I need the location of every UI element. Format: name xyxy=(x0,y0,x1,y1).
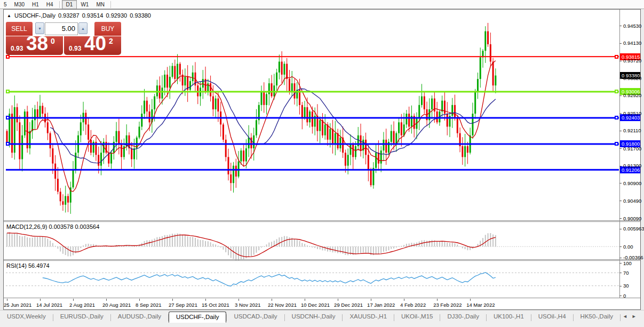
price-axis-tick xyxy=(619,26,622,26)
hline-handle[interactable] xyxy=(615,116,618,119)
tab-usdcnh-daily[interactable]: USDCNH-,Daily xyxy=(285,312,343,322)
date-axis-label: 20 Aug 2021 xyxy=(102,302,131,308)
pane-separator[interactable] xyxy=(4,220,640,221)
price-axis-tick xyxy=(619,113,622,114)
date-axis-label: 4 Feb 2022 xyxy=(400,302,426,308)
timeframe-button-m30[interactable]: M30 xyxy=(11,1,28,9)
buy-price-pip: 2 xyxy=(109,37,113,45)
spin-up-icon: ▲ xyxy=(81,27,85,30)
buy-button[interactable]: BUY xyxy=(94,22,121,36)
tab-xauusd-h1[interactable]: XAUUSD-,H1 xyxy=(343,312,394,322)
macd-indicator-label: MACD(12,26,9) 0.003578 0.003564 xyxy=(6,224,99,230)
toolbar-separator xyxy=(110,1,111,8)
date-axis-tick xyxy=(7,299,7,301)
date-axis-label: 14 Jul 2021 xyxy=(36,302,62,308)
date-axis-label: 10 Dec 2021 xyxy=(301,302,330,308)
tab-hk50-daily[interactable]: HK50-,Daily xyxy=(574,312,620,322)
date-axis-tick xyxy=(470,299,471,301)
buy-price-display[interactable]: 0.93 40 2 xyxy=(64,36,121,55)
price-axis-tick xyxy=(619,61,622,61)
tab-usdchf-daily[interactable]: USDCHF-,Daily xyxy=(169,312,227,323)
spin-down-icon: ▼ xyxy=(38,27,42,30)
timeframe-button-d1[interactable]: D1 xyxy=(62,0,77,9)
date-axis-tick xyxy=(338,299,338,301)
rsi-axis-label: 0 xyxy=(623,293,626,299)
date-axis-label: 22 Nov 2021 xyxy=(268,302,297,308)
tab-audusd-daily[interactable]: AUDUSD-,Daily xyxy=(111,312,168,322)
date-axis-tick xyxy=(139,299,140,301)
date-axis-tick xyxy=(305,299,305,301)
price-axis-tick xyxy=(619,166,622,166)
tabs-scroll-left-icon[interactable]: ◄ xyxy=(621,312,630,321)
timeframe-button-h4[interactable]: H4 xyxy=(43,1,57,9)
date-axis-tick xyxy=(73,299,74,301)
timeframe-button-5[interactable]: 5 xyxy=(0,1,11,9)
macd-axis-label: 0.005963 xyxy=(623,226,644,232)
date-axis-label: 17 Jan 2022 xyxy=(367,302,395,308)
macd-axis-label: 0.00 xyxy=(623,244,633,250)
date-axis-tick xyxy=(437,299,438,301)
hline-handle[interactable] xyxy=(6,90,10,93)
pane-separator[interactable] xyxy=(4,221,640,222)
tab-usdcad-daily[interactable]: USDCAD-,Daily xyxy=(227,312,284,322)
sell-price-pip: 0 xyxy=(51,37,55,45)
price-axis-tick xyxy=(619,95,622,96)
hline-handle[interactable] xyxy=(615,142,618,146)
chart-window[interactable]: ▲USDCHF-,Daily0.932870.935140.929300.933… xyxy=(3,9,641,310)
date-axis-tick xyxy=(205,299,206,301)
tab-dj30-daily[interactable]: DJ30-,Daily xyxy=(440,312,486,322)
date-axis-label: 2 Aug 2021 xyxy=(69,302,95,308)
rsi-axis-tick xyxy=(619,263,622,264)
price-axis-label: 0.92110 xyxy=(623,127,641,133)
date-axis-label: 23 Feb 2022 xyxy=(433,302,462,308)
timeframe-button-mn[interactable]: MN xyxy=(92,1,108,9)
volume-field[interactable]: 5.00 xyxy=(45,22,78,35)
price-axis-label: 0.91300 xyxy=(623,163,641,169)
timeframe-button-w1[interactable]: W1 xyxy=(77,1,92,9)
date-axis-tick xyxy=(40,299,41,301)
volume-increase-button[interactable]: ▲ xyxy=(78,22,88,34)
pane-separator[interactable] xyxy=(4,298,640,298)
price-axis-tick xyxy=(619,183,622,184)
hline-handle[interactable] xyxy=(615,55,618,59)
date-axis-label: 29 Dec 2021 xyxy=(334,302,363,308)
price-axis-label: 0.90490 xyxy=(623,198,641,204)
price-axis-tick xyxy=(619,43,622,44)
date-axis-tick xyxy=(172,299,173,301)
date-axis-label: 27 Sep 2021 xyxy=(169,302,197,308)
price-axis-tick xyxy=(619,201,622,201)
buy-price-main: 40 xyxy=(84,36,106,55)
hline-handle[interactable] xyxy=(6,116,10,119)
macd-axis-tick xyxy=(619,229,622,229)
price-axis-label: 0.91700 xyxy=(623,146,641,151)
tab-usoil-h4[interactable]: USOil-,H4 xyxy=(531,312,573,322)
tab-usdx-weekly[interactable]: USDX,Weekly xyxy=(0,312,53,322)
date-axis-tick xyxy=(106,299,107,301)
date-axis-tick xyxy=(404,299,404,301)
hline-handle[interactable] xyxy=(6,142,10,146)
sell-price-display[interactable]: 0.93 38 0 xyxy=(6,36,63,55)
date-axis-label: 15 Oct 2021 xyxy=(202,302,229,308)
pane-separator[interactable] xyxy=(4,260,640,261)
hline-handle[interactable] xyxy=(6,55,10,59)
tab-uk100-h1[interactable]: UK100-,H1 xyxy=(487,312,531,322)
price-axis-label: 0.90900 xyxy=(623,180,641,186)
date-axis-tick xyxy=(272,299,272,301)
sell-button[interactable]: SELL xyxy=(6,22,33,36)
price-axis-label: 0.94530 xyxy=(623,23,641,29)
tabs-scroll-right-icon[interactable]: ► xyxy=(630,312,639,321)
price-axis-tick xyxy=(619,131,622,131)
price-axis-label: 0.93720 xyxy=(623,58,641,63)
volume-decrease-button[interactable]: ▼ xyxy=(35,22,44,34)
hline-handle[interactable] xyxy=(615,90,618,93)
tab-ukoil-m15[interactable]: UKOil-,M15 xyxy=(394,312,440,322)
rsi-axis-tick xyxy=(619,286,622,286)
pane-separator[interactable] xyxy=(4,259,640,260)
timeframe-button-h1[interactable]: H1 xyxy=(28,1,43,9)
date-axis-tick xyxy=(371,299,371,301)
price-axis-label: 0.90090 xyxy=(623,216,641,221)
tab-eurusd-daily[interactable]: EURUSD-,Daily xyxy=(53,312,110,322)
timeframe-toolbar: 5M30H1H4D1W1MN xyxy=(0,0,644,9)
rsi-axis-tick xyxy=(619,296,622,296)
one-click-trade-panel: SELL ▼ 5.00 ▲ BUY 0.93 38 0 0.93 40 2 xyxy=(6,22,121,55)
